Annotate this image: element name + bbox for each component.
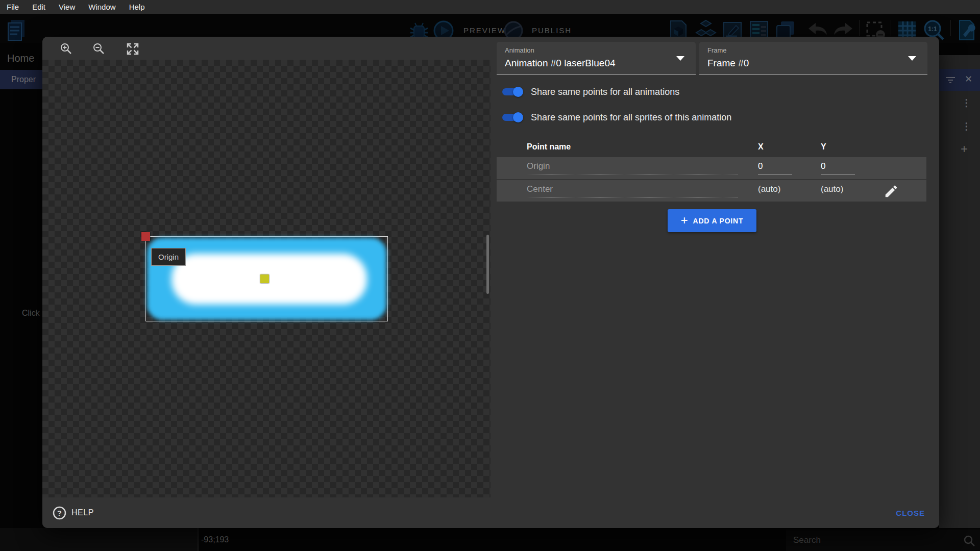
table-row-origin[interactable]: Origin 0 0 [497, 157, 926, 179]
menu-edit[interactable]: Edit [26, 3, 52, 11]
sprite-image-core [172, 254, 367, 305]
close-button[interactable]: CLOSE [896, 497, 925, 528]
column-y: Y [821, 142, 826, 152]
animation-select[interactable]: Animation Animation #0 laserBlue04 [497, 42, 696, 74]
points-panel: Animation Animation #0 laserBlue04 Frame… [497, 37, 939, 497]
edit-points-dialog: Origin Animation Animation #0 laserBlue0… [42, 37, 939, 528]
help-circle-icon: ? [53, 506, 66, 520]
sprite-preview-canvas[interactable]: Origin [42, 60, 491, 497]
table-row-center[interactable]: Center (auto) (auto) [497, 180, 926, 202]
origin-point-marker[interactable] [141, 232, 150, 241]
toggle-label: Share same points for all sprites of thi… [531, 112, 731, 123]
toggle-row-all-animations: Share same points for all animations [497, 81, 925, 103]
add-point-label: ADD A POINT [693, 217, 744, 225]
zoom-in-icon[interactable] [60, 42, 72, 55]
chevron-down-icon [676, 56, 684, 61]
point-y-field[interactable]: (auto) [821, 184, 855, 198]
help-label: HELP [71, 508, 94, 517]
animation-select-value: Animation #0 laserBlue04 [505, 58, 616, 69]
menu-view[interactable]: View [52, 3, 82, 11]
frame-select[interactable]: Frame Frame #0 [699, 42, 927, 74]
canvas-toolbar [42, 37, 491, 60]
toggle-row-all-sprites: Share same points for all sprites of thi… [497, 106, 925, 129]
frame-select-label: Frame [707, 46, 727, 54]
share-points-all-sprites-toggle[interactable] [501, 111, 525, 123]
dialog-footer: ? HELP CLOSE [42, 497, 939, 528]
help-button[interactable]: ? HELP [53, 497, 94, 528]
point-x-field[interactable]: 0 [758, 161, 792, 175]
canvas-vertical-scrollbar[interactable] [486, 235, 489, 294]
sprite-bounding-box: Origin [145, 236, 388, 321]
menu-help[interactable]: Help [122, 3, 152, 11]
column-point-name: Point name [527, 142, 571, 152]
animation-select-label: Animation [505, 46, 534, 54]
menu-bar: File Edit View Window Help [0, 0, 980, 14]
zoom-out-icon[interactable] [92, 42, 105, 55]
svg-text:?: ? [57, 509, 62, 517]
column-x: X [758, 142, 764, 152]
points-table-header: Point name X Y [497, 138, 926, 157]
fit-to-screen-icon[interactable] [126, 42, 139, 56]
gdevelop-app: File Edit View Window Help [0, 0, 980, 551]
point-x-field[interactable]: (auto) [758, 184, 792, 198]
center-point-marker[interactable] [260, 274, 269, 283]
point-name-field: Center [527, 184, 738, 198]
frame-select-value: Frame #0 [707, 58, 749, 69]
point-name-field: Origin [527, 161, 738, 175]
point-y-field[interactable]: 0 [821, 161, 855, 175]
origin-point-tooltip: Origin [151, 248, 186, 266]
toggle-label: Share same points for all animations [531, 87, 679, 97]
chevron-down-icon [908, 56, 916, 61]
add-point-button[interactable]: + ADD A POINT [668, 209, 756, 232]
share-points-all-animations-toggle[interactable] [501, 86, 525, 98]
edit-point-icon[interactable] [884, 184, 899, 199]
menu-file[interactable]: File [0, 3, 26, 11]
menu-window[interactable]: Window [82, 3, 122, 11]
